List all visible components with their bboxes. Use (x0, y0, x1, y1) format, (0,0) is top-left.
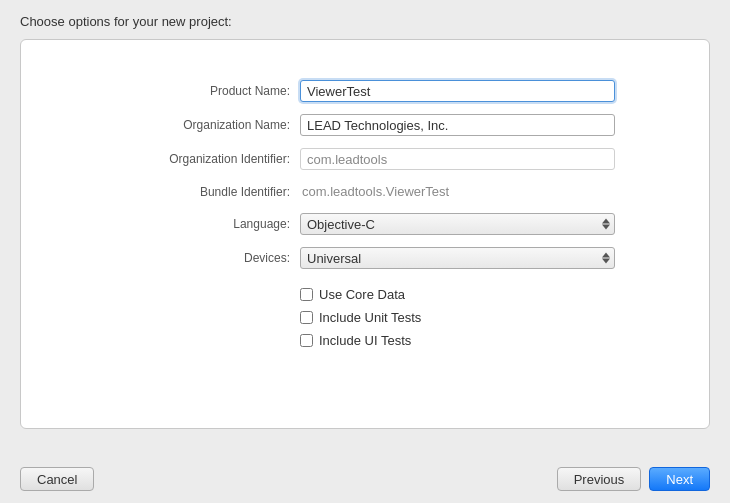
checkboxes-container: Use Core Data Include Unit Tests Include… (115, 281, 615, 348)
org-id-input[interactable] (300, 148, 615, 170)
include-ui-tests-checkbox[interactable] (300, 334, 313, 347)
bundle-id-value: com.leadtools.ViewerTest (300, 182, 615, 201)
previous-button[interactable]: Previous (557, 467, 642, 491)
include-unit-tests-item: Include Unit Tests (300, 310, 421, 325)
footer: Cancel Previous Next (0, 455, 730, 503)
form-panel: Product Name: Organization Name: Organiz… (20, 39, 710, 429)
language-row: Language: Objective-C Swift (115, 213, 615, 235)
product-name-label: Product Name: (115, 84, 300, 98)
org-name-label: Organization Name: (115, 118, 300, 132)
devices-label: Devices: (115, 251, 300, 265)
devices-select[interactable]: Universal iPhone iPad (300, 247, 615, 269)
org-id-label: Organization Identifier: (115, 152, 300, 166)
bundle-id-row: Bundle Identifier: com.leadtools.ViewerT… (115, 182, 615, 201)
use-core-data-item: Use Core Data (300, 287, 421, 302)
product-name-input[interactable] (300, 80, 615, 102)
include-unit-tests-label: Include Unit Tests (319, 310, 421, 325)
bundle-id-label: Bundle Identifier: (115, 185, 300, 199)
form-area: Product Name: Organization Name: Organiz… (115, 80, 615, 348)
devices-select-wrapper: Universal iPhone iPad (300, 247, 615, 269)
language-label: Language: (115, 217, 300, 231)
include-unit-tests-checkbox[interactable] (300, 311, 313, 324)
org-name-input[interactable] (300, 114, 615, 136)
org-name-row: Organization Name: (115, 114, 615, 136)
next-button[interactable]: Next (649, 467, 710, 491)
use-core-data-checkbox[interactable] (300, 288, 313, 301)
header: Choose options for your new project: (0, 0, 730, 39)
product-name-row: Product Name: (115, 80, 615, 102)
main-content: Product Name: Organization Name: Organiz… (0, 39, 730, 455)
cancel-button[interactable]: Cancel (20, 467, 94, 491)
org-id-row: Organization Identifier: (115, 148, 615, 170)
checkboxes-spacer (115, 281, 300, 348)
include-ui-tests-label: Include UI Tests (319, 333, 411, 348)
checkboxes-row: Use Core Data Include Unit Tests Include… (300, 287, 421, 348)
devices-row: Devices: Universal iPhone iPad (115, 247, 615, 269)
language-select[interactable]: Objective-C Swift (300, 213, 615, 235)
include-ui-tests-item: Include UI Tests (300, 333, 421, 348)
language-select-wrapper: Objective-C Swift (300, 213, 615, 235)
header-text: Choose options for your new project: (20, 14, 232, 29)
use-core-data-label: Use Core Data (319, 287, 405, 302)
footer-right: Previous Next (557, 467, 710, 491)
